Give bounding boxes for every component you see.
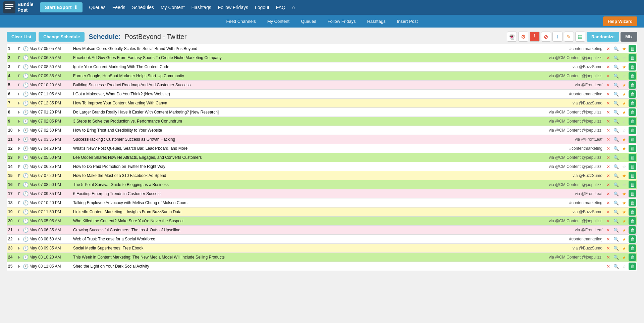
icon-ghost[interactable]: 👻	[507, 32, 517, 42]
search-button[interactable]: 🔍	[612, 145, 620, 152]
close-button[interactable]: ✕	[604, 235, 612, 243]
search-button[interactable]: 🔍	[612, 226, 620, 234]
search-button[interactable]: 🔍	[612, 244, 620, 252]
star-button[interactable]: ★	[621, 253, 628, 261]
delete-button[interactable]: 🗑	[629, 99, 636, 107]
subnav-feed-channels[interactable]: Feed Channels	[221, 16, 261, 27]
mix-button[interactable]: Mix	[621, 32, 637, 42]
close-button[interactable]: ✕	[604, 226, 612, 234]
star-button[interactable]: ★	[621, 244, 628, 252]
subnav-queues[interactable]: Queues	[296, 16, 322, 27]
star-button[interactable]: ★	[621, 172, 628, 179]
nav-feeds[interactable]: Feeds	[112, 5, 125, 10]
close-button[interactable]: ✕	[604, 54, 612, 61]
star-button[interactable]: ★	[621, 99, 628, 107]
search-button[interactable]: 🔍	[612, 45, 620, 52]
delete-button[interactable]: 🗑	[629, 226, 636, 234]
delete-button[interactable]: 🗑	[629, 136, 636, 143]
search-button[interactable]: 🔍	[612, 172, 620, 179]
search-button[interactable]: 🔍	[612, 72, 620, 80]
close-button[interactable]: ✕	[604, 190, 612, 197]
nav-home[interactable]: ⌂	[292, 5, 295, 10]
star-button[interactable]: ★	[621, 136, 628, 143]
star-button[interactable]: ★	[621, 235, 628, 243]
icon-hubspot[interactable]: ⚙	[518, 32, 528, 42]
close-button[interactable]: ✕	[604, 72, 612, 80]
delete-button[interactable]: 🗑	[629, 190, 636, 197]
search-button[interactable]: 🔍	[612, 253, 620, 261]
delete-button[interactable]: 🗑	[629, 81, 636, 89]
close-button[interactable]: ✕	[604, 63, 612, 71]
search-button[interactable]: 🔍	[612, 108, 620, 116]
search-button[interactable]: 🔍	[612, 63, 620, 71]
close-button[interactable]: ✕	[604, 217, 612, 225]
subnav-insert-post[interactable]: Insert Post	[391, 16, 423, 27]
close-button[interactable]: ✕	[604, 172, 612, 179]
delete-button[interactable]: 🗑	[629, 263, 636, 270]
delete-button[interactable]: 🗑	[629, 172, 636, 179]
search-button[interactable]: 🔍	[612, 136, 620, 143]
star-button[interactable]: ☆	[621, 72, 628, 80]
nav-queues[interactable]: Queues	[89, 5, 106, 10]
search-button[interactable]: 🔍	[612, 190, 620, 197]
star-button[interactable]: ★	[621, 63, 628, 71]
close-button[interactable]: ✕	[604, 181, 612, 188]
star-button[interactable]: ☆	[621, 118, 628, 125]
subnav-hashtags[interactable]: Hashtags	[362, 16, 391, 27]
close-button[interactable]: ✕	[604, 199, 612, 206]
delete-button[interactable]: 🗑	[629, 90, 636, 98]
delete-button[interactable]: 🗑	[629, 199, 636, 206]
search-button[interactable]: 🔍	[612, 127, 620, 134]
star-button[interactable]: ★	[621, 108, 628, 116]
close-button[interactable]: ✕	[604, 145, 612, 152]
delete-button[interactable]: 🗑	[629, 163, 636, 170]
randomize-button[interactable]: Randomize	[587, 32, 619, 42]
star-button[interactable]: ☆	[621, 181, 628, 188]
search-button[interactable]: 🔍	[612, 208, 620, 216]
nav-schedules[interactable]: Schedules	[132, 5, 154, 10]
search-button[interactable]: 🔍	[612, 235, 620, 243]
delete-button[interactable]: 🗑	[629, 208, 636, 216]
nav-hashtags[interactable]: Hashtags	[192, 5, 211, 10]
delete-button[interactable]: 🗑	[629, 244, 636, 252]
star-button[interactable]: ★	[621, 90, 628, 98]
close-button[interactable]: ✕	[604, 244, 612, 252]
delete-button[interactable]: 🗑	[629, 63, 636, 71]
change-schedule-button[interactable]: Change Schedule	[39, 32, 85, 42]
star-button[interactable]: ★	[621, 217, 628, 225]
close-button[interactable]: ✕	[604, 253, 612, 261]
star-button[interactable]: ★	[621, 45, 628, 52]
search-button[interactable]: 🔍	[612, 81, 620, 89]
star-button[interactable]: ★	[621, 190, 628, 197]
subnav-my-content[interactable]: My Content	[262, 16, 295, 27]
star-button[interactable]: ★	[621, 145, 628, 152]
delete-button[interactable]: 🗑	[629, 217, 636, 225]
nav-follow-fridays[interactable]: Follow Fridays	[218, 5, 248, 10]
close-button[interactable]: ✕	[604, 99, 612, 107]
search-button[interactable]: 🔍	[612, 99, 620, 107]
start-export-button[interactable]: Start Export ⬇	[40, 2, 82, 12]
subnav-follow-fridays[interactable]: Follow Fridays	[322, 16, 361, 27]
close-button[interactable]: ✕	[604, 45, 612, 52]
search-button[interactable]: 🔍	[612, 199, 620, 206]
icon-pencil[interactable]: ✎	[564, 32, 574, 42]
search-button[interactable]: 🔍	[612, 154, 620, 161]
star-button[interactable]: ☆	[621, 163, 628, 170]
search-button[interactable]: 🔍	[612, 217, 620, 225]
search-button[interactable]: 🔍	[612, 118, 620, 125]
close-button[interactable]: ✕	[604, 208, 612, 216]
close-button[interactable]: ✕	[604, 81, 612, 89]
star-button[interactable]: ★	[621, 226, 628, 234]
delete-button[interactable]: 🗑	[629, 108, 636, 116]
nav-my-content[interactable]: My Content	[161, 5, 185, 10]
delete-button[interactable]: 🗑	[629, 145, 636, 152]
delete-button[interactable]: 🗑	[629, 72, 636, 80]
delete-button[interactable]: 🗑	[629, 181, 636, 188]
clear-list-button[interactable]: Clear List	[7, 32, 36, 42]
icon-blue-arrow[interactable]: ↓	[552, 32, 562, 42]
icon-no[interactable]: ⊘	[541, 32, 551, 42]
delete-button[interactable]: 🗑	[629, 235, 636, 243]
close-button[interactable]: ✕	[604, 108, 612, 116]
delete-button[interactable]: 🗑	[629, 45, 636, 52]
close-button[interactable]: ✕	[604, 127, 612, 134]
